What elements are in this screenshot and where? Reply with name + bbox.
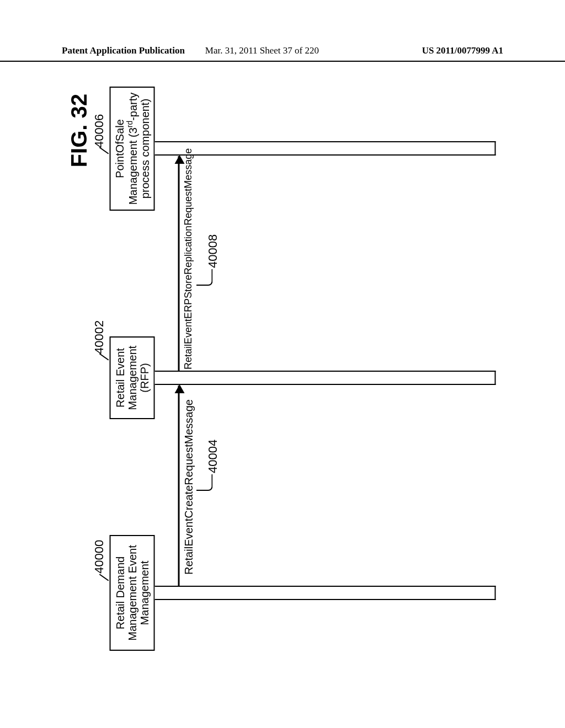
- component-retail-event-mgmt-rfp: Retail Event Management (RFP): [109, 336, 154, 419]
- component-3-line1: PointOfSale: [113, 119, 125, 178]
- ref-leader-40002: [99, 353, 109, 360]
- lifeline-component-1: [154, 586, 495, 600]
- ref-40002: 40002: [92, 320, 106, 354]
- message-arrow-retail-event-create-request: [178, 386, 179, 586]
- ref-leader-40008: [196, 269, 212, 286]
- ref-leader-40006: [99, 147, 109, 154]
- ref-leader-40004: [196, 474, 212, 491]
- header-center: Mar. 31, 2011 Sheet 37 of 220: [205, 45, 319, 56]
- ref-40006: 40006: [92, 114, 106, 148]
- component-3-line2-sup: rd: [125, 121, 134, 127]
- component-2-line2: Management: [126, 346, 138, 410]
- header-right: US 2011/0077999 A1: [422, 45, 503, 56]
- arrowhead-icon: [174, 384, 184, 393]
- message-arrow-retail-event-erp-store-replication-request: [178, 156, 179, 371]
- component-retail-demand-mgmt-event-mgmt: Retail Demand Management Event Managemen…: [109, 535, 154, 651]
- sequence-diagram: FIG. 32 Retail Demand Management Event M…: [61, 77, 505, 662]
- component-1-line3: Management: [138, 561, 150, 625]
- component-1-line1: Retail Demand: [114, 556, 126, 629]
- component-3-line2-pre: Management (3: [126, 127, 138, 205]
- ref-leader-40000: [99, 574, 109, 581]
- component-3-line2-post: -party: [126, 93, 138, 121]
- page-header: Patent Application Publication Mar. 31, …: [0, 45, 565, 62]
- header-left: Patent Application Publication: [62, 45, 185, 56]
- ref-40000: 40000: [92, 540, 106, 574]
- component-3-line3: process component): [138, 99, 151, 199]
- component-point-of-sale-mgmt: PointOfSale Management (3rd-party proces…: [109, 87, 154, 211]
- message-label-40004: RetailEventCreateRequestMessage: [182, 399, 195, 575]
- lifeline-component-2: [154, 371, 495, 385]
- component-1-line2: Management Event: [126, 545, 138, 640]
- figure-title: FIG. 32: [66, 94, 91, 167]
- ref-40008: 40008: [205, 234, 220, 268]
- component-2-line1: Retail Event: [114, 348, 126, 408]
- lifeline-component-3: [154, 141, 495, 156]
- message-label-40008: RetailEventERPStoreReplicationRequestMes…: [182, 148, 194, 370]
- figure-sheet: FIG. 32 Retail Demand Management Event M…: [61, 77, 505, 662]
- ref-40004: 40004: [205, 440, 220, 473]
- component-2-line3: (RFP): [138, 363, 150, 392]
